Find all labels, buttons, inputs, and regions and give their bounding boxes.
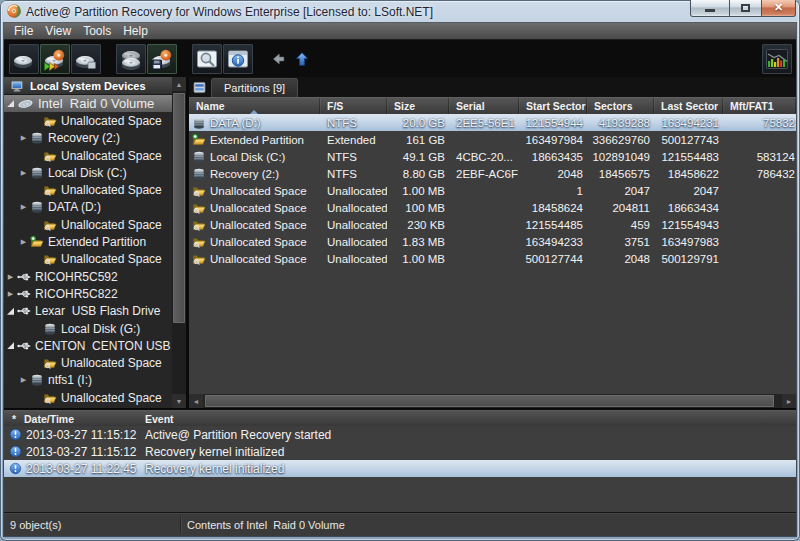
minimize-button[interactable] [690, 0, 730, 17]
column-header-size[interactable]: Size [387, 98, 449, 114]
expander-closed-icon[interactable]: ▶ [17, 203, 30, 211]
table-row[interactable]: DATA (D:)NTFS20.0 GB2EE5-56E112155494441… [189, 114, 796, 131]
quick-scan-button[interactable] [40, 44, 70, 74]
tree-item[interactable]: ▶DATA (D:) [4, 199, 172, 216]
scan-drive-button[interactable] [9, 44, 39, 74]
expander-closed-icon[interactable]: ▶ [4, 273, 17, 281]
cell-serial [449, 182, 519, 199]
tree-item[interactable]: Unallocated Space [4, 354, 172, 371]
expander-closed-icon[interactable]: ▶ [17, 134, 30, 142]
cell-name: Local Disk (C:) [189, 148, 320, 165]
menu-tools[interactable]: Tools [77, 23, 117, 39]
expander-open-icon[interactable]: ◢ [4, 342, 17, 349]
open-disk-image-button[interactable] [71, 44, 101, 74]
tree-item[interactable]: ◢Intel Raid 0 Volume [4, 95, 172, 112]
cell-fs: Extended [320, 131, 387, 148]
maximize-button[interactable] [730, 0, 762, 17]
close-button[interactable]: ✕ [762, 0, 796, 17]
tree-item[interactable]: Unallocated Space [4, 181, 172, 198]
cell-mft_fat1 [723, 182, 796, 199]
cell-start_sector: 1 [519, 182, 587, 199]
column-header-serial[interactable]: Serial [449, 98, 519, 114]
search-button[interactable] [192, 44, 222, 74]
cell-last_sector: 18663434 [654, 199, 723, 216]
cell-sectors: 2047 [587, 182, 654, 199]
log-entry[interactable]: 2013-03-27 11:15:12Active@ Partition Rec… [4, 426, 796, 443]
column-header-start-sector[interactable]: Start Sector [519, 98, 587, 114]
scroll-left-icon[interactable]: ◄ [189, 394, 203, 408]
table-row[interactable]: Unallocated SpaceUnallocated1.00 MB50012… [189, 250, 796, 267]
tree-item[interactable]: Local Disk (G:) [4, 320, 172, 337]
cell-fs: NTFS [320, 114, 387, 131]
devices-panel-title: Local System Devices [30, 80, 146, 92]
tree-item-label: Unallocated Space [61, 356, 162, 370]
tab-partitions[interactable]: Partitions [9] [211, 78, 298, 97]
expander-open-icon[interactable]: ◢ [4, 100, 17, 107]
cell-name: Recovery (2:) [189, 165, 320, 182]
column-header-f-s[interactable]: F/S [320, 98, 387, 114]
menu-file[interactable]: File [8, 23, 39, 39]
tree-item-label: Lexar USB Flash Drive [35, 304, 160, 318]
back-button[interactable] [267, 48, 289, 70]
tree-item[interactable]: ▶Local Disk (C:) [4, 164, 172, 181]
log-entry[interactable]: 2013-03-27 11:15:12Recovery kernel initi… [4, 443, 796, 460]
tree-item[interactable]: ▶Recovery (2:) [4, 130, 172, 147]
tree-item[interactable]: Unallocated Space [4, 216, 172, 233]
tree-item[interactable]: ◢CENTON CENTON USB [4, 337, 172, 354]
column-header-mft-fat1[interactable]: Mft/FAT1 [723, 98, 796, 114]
column-header-last-sector[interactable]: Last Sector [654, 98, 723, 114]
disk-usage-chart-button[interactable] [762, 44, 792, 74]
cell-fs: NTFS [320, 165, 387, 182]
save-disk-image-button[interactable] [147, 44, 177, 74]
table-row[interactable]: Unallocated SpaceUnallocated1.00 MB12047… [189, 182, 796, 199]
tree-item[interactable]: Unallocated Space [4, 251, 172, 268]
event-log-empty [4, 477, 796, 512]
log-event-column-header[interactable]: Event [145, 413, 796, 425]
table-row[interactable]: Extended PartitionExtended161 GB16349798… [189, 131, 796, 148]
tree-item-label: Extended Partition [48, 235, 146, 249]
tree-item-label: RICOHR5C822 [35, 287, 118, 301]
scroll-down-icon[interactable]: ▼ [172, 394, 186, 408]
scroll-right-icon[interactable]: ► [782, 394, 796, 408]
table-hscrollbar-thumb[interactable] [205, 395, 774, 407]
expander-closed-icon[interactable]: ▶ [17, 169, 30, 177]
column-header-sectors[interactable]: Sectors [587, 98, 654, 114]
tree-item[interactable]: Unallocated Space [4, 147, 172, 164]
table-header: NameF/SSizeSerialStart SectorSectorsLast… [189, 97, 796, 114]
tree-scrollbar-thumb[interactable] [173, 93, 185, 323]
disk-icon [30, 200, 44, 214]
expander-closed-icon[interactable]: ▶ [4, 290, 17, 298]
cell-mft_fat1: 786432 [723, 165, 796, 182]
log-marker-column-header[interactable]: * [4, 413, 24, 425]
cell-sectors: 204811 [587, 199, 654, 216]
log-datetime-column-header[interactable]: Date/Time [24, 413, 145, 425]
tree-item[interactable]: ◢Lexar USB Flash Drive [4, 303, 172, 320]
table-row[interactable]: Unallocated SpaceUnallocated1.83 MB16349… [189, 233, 796, 250]
table-hscrollbar-track[interactable] [203, 394, 782, 408]
tree-item[interactable]: Unallocated Space [4, 389, 172, 406]
log-entry[interactable]: 2013-03-27 11:22:45Recovery kernel initi… [4, 460, 796, 477]
expander-open-icon[interactable]: ◢ [4, 308, 17, 315]
menu-help[interactable]: Help [117, 23, 154, 39]
table-row[interactable]: Unallocated SpaceUnallocated230 KB121554… [189, 216, 796, 233]
column-header-label: Mft/FAT1 [730, 100, 774, 112]
menu-view[interactable]: View [39, 23, 77, 39]
table-row[interactable]: Unallocated SpaceUnallocated100 MB184586… [189, 199, 796, 216]
table-row[interactable]: Recovery (2:)NTFS8.80 GB2EBF-AC6F2048184… [189, 165, 796, 182]
tree-item[interactable]: Unallocated Space [4, 112, 172, 129]
expander-closed-icon[interactable]: ▶ [17, 238, 30, 246]
tree-item[interactable]: ▶RICOHR5C822 [4, 285, 172, 302]
tree-scrollbar-track[interactable] [172, 91, 186, 394]
table-row[interactable]: Local Disk (C:)NTFS49.1 GB4CBC-20...1866… [189, 148, 796, 165]
tree-item[interactable]: ▶ntfs1 (I:) [4, 372, 172, 389]
tree-item[interactable]: ▶RICOHR5C592 [4, 268, 172, 285]
cell-serial: 2EE5-56E1 [449, 114, 519, 131]
scroll-up-icon[interactable]: ▲ [172, 77, 186, 91]
column-header-name[interactable]: Name [189, 98, 320, 114]
virtual-devices-button[interactable] [116, 44, 146, 74]
up-button[interactable] [291, 48, 313, 70]
cell-serial: 2EBF-AC6F [449, 165, 519, 182]
expander-closed-icon[interactable]: ▶ [17, 376, 30, 384]
properties-button[interactable] [223, 44, 253, 74]
tree-item[interactable]: ▶Extended Partition [4, 233, 172, 250]
